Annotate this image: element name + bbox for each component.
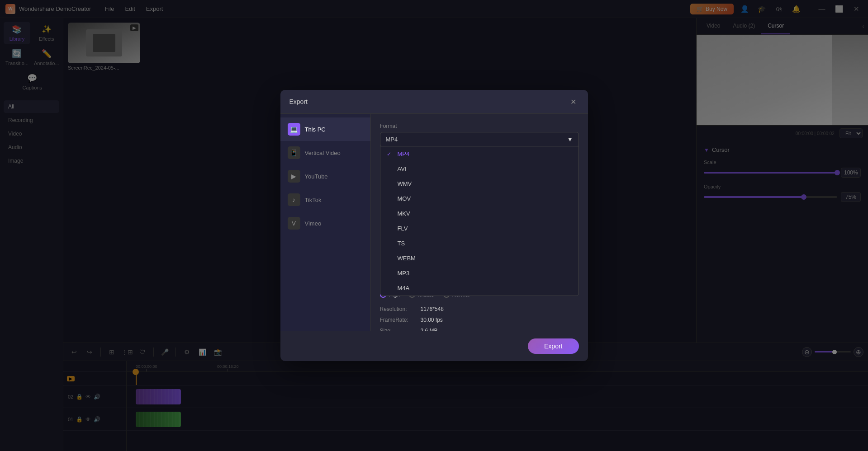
format-option-mov[interactable]: MOV xyxy=(380,191,579,206)
modal-close-button[interactable]: ✕ xyxy=(568,96,579,107)
modal-content: Format MP4 ▼ ✓ MP4 xyxy=(371,114,588,331)
format-option-mp4[interactable]: ✓ MP4 xyxy=(380,146,579,161)
format-group: Format MP4 ▼ ✓ MP4 xyxy=(380,123,579,147)
format-option-mkv[interactable]: MKV xyxy=(380,206,579,221)
size-label: Size: xyxy=(380,328,421,331)
format-option-webm[interactable]: WEBM xyxy=(380,251,579,266)
vertical-video-icon: 📱 xyxy=(288,146,300,159)
format-dropdown-list: ✓ MP4 AVI WMV xyxy=(380,146,579,296)
format-option-flv[interactable]: FLV xyxy=(380,221,579,236)
resolution-value: 1176*548 xyxy=(421,306,444,312)
format-option-wmv[interactable]: WMV xyxy=(380,176,579,191)
format-option-avi[interactable]: AVI xyxy=(380,161,579,176)
format-select[interactable]: MP4 ▼ xyxy=(380,132,579,147)
size-row: Size: 2.6 MB xyxy=(380,328,579,331)
format-option-mp3[interactable]: MP3 xyxy=(380,266,579,281)
modal-title: Export xyxy=(289,98,308,105)
check-icon: ✓ xyxy=(387,151,394,157)
sidebar-item-vimeo[interactable]: V Vimeo xyxy=(280,211,370,235)
format-label: Format xyxy=(380,123,579,129)
modal-body: 💻 This PC 📱 Vertical Video ▶ YouTube ♪ T… xyxy=(280,114,588,331)
resolution-label: Resolution: xyxy=(380,306,421,312)
format-option-m4a[interactable]: M4A xyxy=(380,281,579,296)
modal-overlay: Export ✕ 💻 This PC 📱 Vertical Video ▶ Yo… xyxy=(0,0,868,451)
format-selected-value: MP4 xyxy=(386,136,398,143)
tiktok-icon: ♪ xyxy=(288,193,300,206)
youtube-icon: ▶ xyxy=(288,170,300,183)
modal-header: Export ✕ xyxy=(280,90,588,114)
format-dropdown-arrow: ▼ xyxy=(567,136,573,143)
format-select-wrap: MP4 ▼ ✓ MP4 AVI xyxy=(380,132,579,147)
modal-footer: Export xyxy=(280,331,588,361)
framerate-value: 30.00 fps xyxy=(421,317,443,323)
resolution-row: Resolution: 1176*548 xyxy=(380,306,579,312)
size-value: 2.6 MB xyxy=(421,328,438,331)
modal-export-button[interactable]: Export xyxy=(528,338,579,354)
modal-sidebar: 💻 This PC 📱 Vertical Video ▶ YouTube ♪ T… xyxy=(280,114,371,331)
sidebar-item-youtube[interactable]: ▶ YouTube xyxy=(280,164,370,188)
this-pc-icon: 💻 xyxy=(288,123,300,136)
vimeo-icon: V xyxy=(288,217,300,230)
framerate-row: FrameRate: 30.00 fps xyxy=(380,317,579,323)
format-option-ts[interactable]: TS xyxy=(380,236,579,251)
framerate-label: FrameRate: xyxy=(380,317,421,323)
sidebar-item-this-pc[interactable]: 💻 This PC xyxy=(280,117,370,141)
sidebar-item-tiktok[interactable]: ♪ TikTok xyxy=(280,188,370,211)
sidebar-item-vertical-video[interactable]: 📱 Vertical Video xyxy=(280,141,370,164)
export-modal: Export ✕ 💻 This PC 📱 Vertical Video ▶ Yo… xyxy=(280,90,588,361)
